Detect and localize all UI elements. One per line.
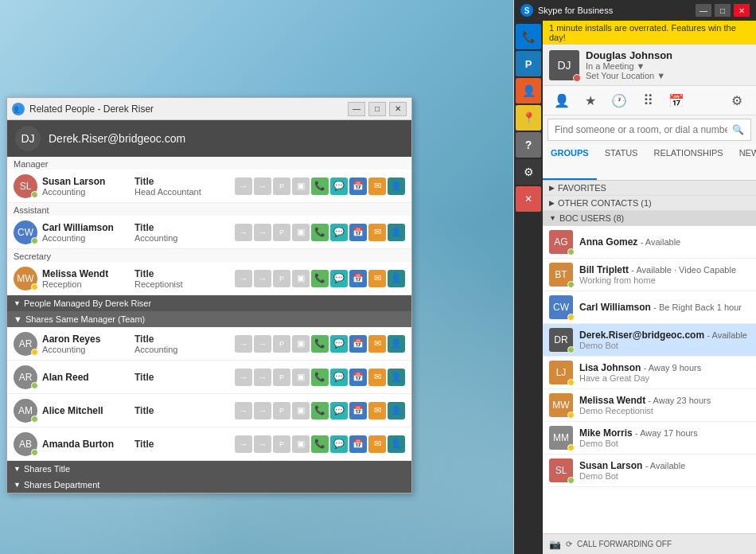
sidebar-people-icon[interactable]: 👤 (516, 78, 541, 103)
toolbar-contacts-btn[interactable]: 👤 (549, 89, 575, 111)
call-btn[interactable]: 📞 (311, 224, 329, 241)
calendar-btn[interactable]: 📅 (349, 402, 367, 419)
hold-btn[interactable]: ▣ (292, 435, 310, 453)
email-btn[interactable]: ✉ (368, 335, 386, 353)
profile-btn[interactable]: 👤 (388, 335, 405, 353)
email-btn[interactable]: ✉ (368, 435, 386, 453)
calendar-btn[interactable]: 📅 (349, 270, 367, 287)
people-managed-section[interactable]: ▼ People Managed By Derek Riser (7, 295, 411, 311)
sidebar-close-red-icon[interactable]: ✕ (516, 186, 541, 212)
profile-btn[interactable]: 👤 (388, 369, 405, 386)
profile-btn[interactable]: 👤 (388, 178, 405, 195)
tab-groups[interactable]: GROUPS (543, 144, 597, 180)
call-btn[interactable]: 📞 (311, 270, 329, 287)
list-item[interactable]: BT Bill Triplett - Available · Video Cap… (543, 259, 756, 291)
forward-btn1[interactable]: → (235, 224, 252, 241)
email-btn[interactable]: ✉ (368, 224, 386, 241)
calendar-btn[interactable]: 📅 (349, 335, 367, 353)
shares-title-section[interactable]: ▼ Shares Title (7, 461, 411, 477)
list-item[interactable]: MM Mike Morris - Away 17 hours Demo Bot (543, 422, 756, 455)
calendar-btn[interactable]: 📅 (349, 369, 367, 386)
profile-location[interactable]: Set Your Location ▼ (586, 71, 672, 80)
forward-btn1[interactable]: → (235, 270, 252, 287)
favorites-group-header[interactable]: ▶ FAVORITES (543, 181, 756, 196)
calendar-btn[interactable]: 📅 (349, 224, 367, 241)
sidebar-map-icon[interactable]: 📍 (516, 105, 541, 131)
list-item[interactable]: AG Anna Gomez - Available (543, 226, 756, 259)
hold-btn[interactable]: ▣ (292, 335, 310, 353)
minimize-button[interactable]: — (348, 102, 365, 116)
tab-status[interactable]: STATUS (597, 144, 646, 180)
toolbar-star-btn[interactable]: ★ (578, 89, 603, 111)
forward-btn1[interactable]: → (235, 402, 252, 419)
hold-btn[interactable]: ▣ (292, 224, 310, 241)
list-item[interactable]: LJ Lisa Johnson - Away 9 hours Have a Gr… (543, 357, 756, 389)
hold-btn[interactable]: ▣ (292, 270, 310, 287)
skype-minimize-btn[interactable]: — (696, 4, 711, 17)
park-btn[interactable]: P (273, 335, 290, 353)
chat-btn[interactable]: 💬 (330, 178, 348, 195)
park-btn[interactable]: P (273, 435, 290, 453)
same-manager-section[interactable]: ▼ Shares Same Manager (Team) (7, 311, 411, 327)
forward-btn1[interactable]: → (235, 435, 252, 453)
sidebar-help-icon[interactable]: ? (516, 132, 541, 158)
toolbar-grid-btn[interactable]: ⠿ (635, 89, 661, 111)
chat-btn[interactable]: 💬 (330, 270, 348, 287)
profile-btn[interactable]: 👤 (388, 224, 405, 241)
park-btn[interactable]: P (273, 402, 290, 419)
shares-dept-section[interactable]: ▼ Shares Department (7, 477, 411, 493)
call-btn[interactable]: 📞 (311, 178, 329, 195)
profile-status[interactable]: In a Meeting ▼ (586, 61, 672, 71)
toolbar-clock-btn[interactable]: 🕐 (606, 89, 632, 111)
toolbar-calendar-btn[interactable]: 📅 (664, 89, 689, 111)
chat-btn[interactable]: 💬 (330, 369, 348, 386)
close-button[interactable]: ✕ (389, 102, 407, 116)
boc-users-group-header[interactable]: ▼ BOC USERS (8) (543, 211, 756, 226)
park-btn[interactable]: P (273, 178, 290, 195)
forward-btn2[interactable]: → (254, 178, 271, 195)
forward-btn2[interactable]: → (254, 435, 271, 453)
hold-btn[interactable]: ▣ (292, 178, 310, 195)
tab-relationships[interactable]: RELATIONSHIPS (645, 144, 731, 180)
tab-new[interactable]: NEW (731, 144, 756, 180)
call-btn[interactable]: 📞 (311, 402, 329, 419)
hold-btn[interactable]: ▣ (292, 369, 310, 386)
hold-btn[interactable]: ▣ (292, 402, 310, 419)
search-input[interactable] (555, 124, 727, 135)
forward-btn1[interactable]: → (235, 178, 252, 195)
forward-btn2[interactable]: → (254, 270, 271, 287)
chat-btn[interactable]: 💬 (330, 335, 348, 353)
email-btn[interactable]: ✉ (368, 402, 386, 419)
park-btn[interactable]: P (273, 224, 290, 241)
forward-btn2[interactable]: → (254, 369, 271, 386)
profile-btn[interactable]: 👤 (388, 435, 405, 453)
skype-maximize-btn[interactable]: □ (715, 4, 731, 17)
profile-btn[interactable]: 👤 (388, 402, 405, 419)
skype-close-btn[interactable]: ✕ (734, 4, 750, 17)
other-contacts-group-header[interactable]: ▶ OTHER CONTACTS (1) (543, 196, 756, 211)
forward-btn2[interactable]: → (254, 335, 271, 353)
call-btn[interactable]: 📞 (311, 335, 329, 353)
maximize-button[interactable]: □ (368, 102, 386, 116)
forward-btn2[interactable]: → (254, 224, 271, 241)
toolbar-gear-btn[interactable]: ⚙ (724, 89, 750, 111)
chat-btn[interactable]: 💬 (330, 224, 348, 241)
call-btn[interactable]: 📞 (311, 435, 329, 453)
call-btn[interactable]: 📞 (311, 369, 329, 386)
list-item[interactable]: MW Melissa Wendt - Away 23 hours Demo Re… (543, 389, 756, 422)
email-btn[interactable]: ✉ (368, 178, 386, 195)
forward-btn2[interactable]: → (254, 402, 271, 419)
sidebar-phone-icon[interactable]: 📞 (516, 24, 541, 49)
profile-btn[interactable]: 👤 (388, 270, 405, 287)
chat-btn[interactable]: 💬 (330, 435, 348, 453)
park-btn[interactable]: P (273, 369, 290, 386)
sidebar-settings-icon[interactable]: ⚙ (516, 159, 541, 185)
calendar-btn[interactable]: 📅 (349, 178, 367, 195)
list-item[interactable]: SL Susan Larson - Available Demo Bot (543, 455, 756, 487)
list-item[interactable]: DR Derek.Riser@bridgeoc.com - Available … (543, 324, 756, 357)
list-item[interactable]: CW Carl Williamson - Be Right Back 1 hou… (543, 291, 756, 324)
calendar-btn[interactable]: 📅 (349, 435, 367, 453)
sidebar-parking-icon[interactable]: P (516, 51, 541, 76)
park-btn[interactable]: P (273, 270, 290, 287)
email-btn[interactable]: ✉ (368, 369, 386, 386)
